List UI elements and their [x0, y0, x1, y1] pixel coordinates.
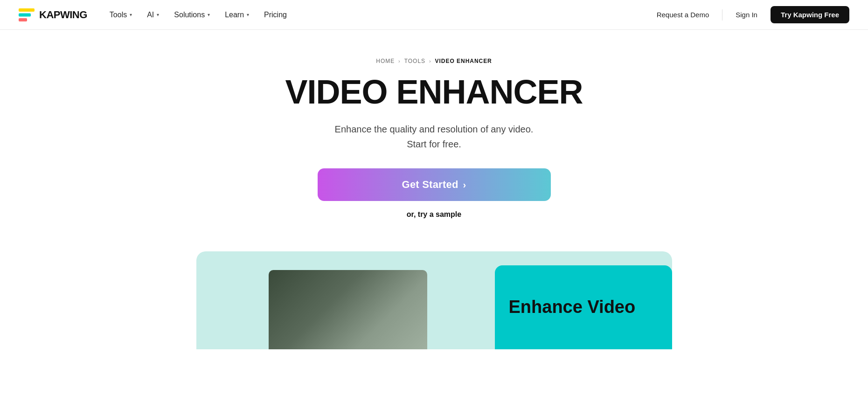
- main-content: HOME › TOOLS › VIDEO ENHANCER VIDEO ENHA…: [0, 30, 868, 349]
- hero-subtitle-line1: Enhance the quality and resolution of an…: [335, 124, 534, 134]
- request-demo-link[interactable]: Request a Demo: [651, 7, 715, 22]
- preview-container: Enhance Video: [196, 251, 672, 349]
- navbar: KAPWING Tools ▾ AI ▾ Solutions ▾ Learn ▾…: [0, 0, 868, 30]
- cta-chevron-icon: ›: [463, 180, 466, 190]
- nav-left: KAPWING Tools ▾ AI ▾ Solutions ▾ Learn ▾…: [19, 7, 292, 23]
- breadcrumb-separator-2: ›: [429, 58, 431, 64]
- breadcrumb-home[interactable]: HOME: [376, 58, 395, 64]
- nav-pricing[interactable]: Pricing: [258, 7, 292, 23]
- svg-rect-0: [19, 8, 35, 12]
- get-started-button[interactable]: Get Started ›: [318, 168, 551, 201]
- logo[interactable]: KAPWING: [19, 8, 87, 21]
- ai-chevron-icon: ▾: [157, 12, 159, 17]
- enhance-card-title: Enhance Video: [509, 298, 658, 317]
- nav-pricing-label: Pricing: [264, 11, 287, 19]
- breadcrumb: HOME › TOOLS › VIDEO ENHANCER: [376, 58, 492, 64]
- breadcrumb-separator-1: ›: [398, 58, 401, 64]
- learn-chevron-icon: ▾: [247, 12, 249, 17]
- nav-tools[interactable]: Tools ▾: [104, 7, 138, 23]
- hero-subtitle-line2: Start for free.: [407, 139, 461, 149]
- nav-ai[interactable]: AI ▾: [141, 7, 165, 23]
- nav-solutions[interactable]: Solutions ▾: [168, 7, 215, 23]
- nav-learn-label: Learn: [225, 11, 244, 19]
- try-sample-link[interactable]: or, try a sample: [407, 210, 461, 219]
- nav-solutions-label: Solutions: [174, 11, 205, 19]
- preview-section: Enhance Video: [0, 251, 868, 349]
- tools-chevron-icon: ▾: [130, 12, 132, 17]
- nav-ai-label: AI: [147, 11, 154, 19]
- logo-text: KAPWING: [39, 9, 87, 21]
- nav-divider: [722, 9, 722, 21]
- cta-button-label: Get Started: [402, 179, 458, 191]
- sign-in-link[interactable]: Sign In: [730, 7, 763, 22]
- breadcrumb-current: VIDEO ENHANCER: [435, 58, 492, 64]
- nav-menu: Tools ▾ AI ▾ Solutions ▾ Learn ▾ Pricing: [104, 7, 292, 23]
- svg-rect-2: [19, 18, 27, 21]
- preview-left: [196, 251, 495, 349]
- try-free-button[interactable]: Try Kapwing Free: [771, 6, 849, 23]
- svg-rect-1: [19, 13, 31, 16]
- breadcrumb-tools[interactable]: TOOLS: [404, 58, 425, 64]
- hero-subtitle: Enhance the quality and resolution of an…: [335, 122, 534, 152]
- nav-tools-label: Tools: [110, 11, 127, 19]
- nav-right: Request a Demo Sign In Try Kapwing Free: [651, 6, 849, 23]
- logo-icon: [19, 8, 35, 21]
- enhance-card: Enhance Video: [495, 265, 672, 349]
- video-thumbnail: [269, 270, 427, 349]
- solutions-chevron-icon: ▾: [208, 12, 210, 17]
- hero-title: VIDEO ENHANCER: [285, 74, 583, 111]
- nav-learn[interactable]: Learn ▾: [219, 7, 255, 23]
